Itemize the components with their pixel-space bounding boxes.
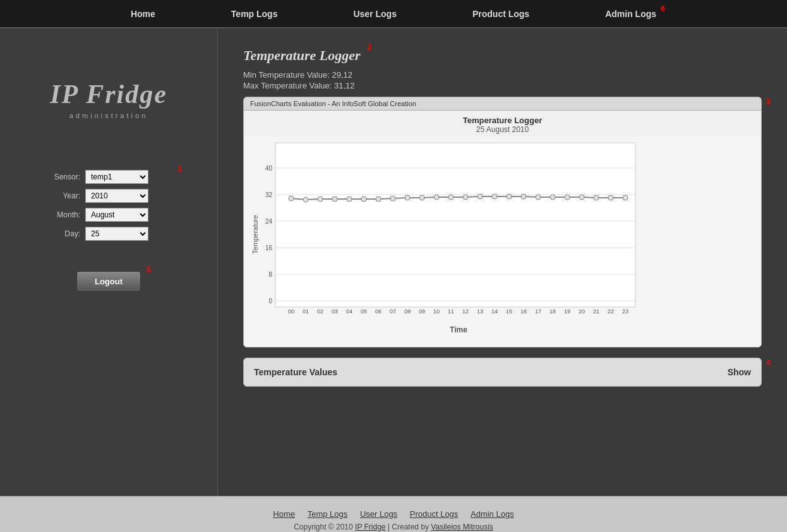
annotation-5: 5	[147, 265, 151, 274]
day-label: Day:	[45, 229, 80, 238]
footer-user-logs[interactable]: User Logs	[360, 509, 397, 519]
logout-button[interactable]: Logout	[76, 271, 141, 292]
svg-text:08: 08	[404, 308, 411, 315]
sidebar: IP Fridge administration Sensor: temp1 t…	[0, 28, 218, 496]
logo-text: IP Fridge	[50, 79, 167, 109]
svg-point-29	[507, 194, 512, 199]
svg-point-15	[303, 197, 308, 202]
svg-text:21: 21	[593, 308, 599, 315]
day-select[interactable]: 25 24	[85, 227, 148, 241]
svg-point-35	[594, 195, 599, 200]
svg-text:02: 02	[317, 308, 323, 315]
footer-author-link[interactable]: Vasileios Mitrousis	[431, 523, 493, 531]
svg-point-16	[318, 196, 323, 202]
svg-point-25	[448, 195, 454, 200]
svg-point-22	[405, 195, 410, 200]
chart-container: FusionCharts Evaluation - An InfoSoft Gl…	[243, 97, 762, 348]
logo-area: IP Fridge administration	[50, 79, 167, 119]
chart-title: Temperature Logger	[244, 116, 761, 125]
footer-copyright: Copyright © 2010 IP Fridge | Created by …	[13, 523, 774, 531]
year-label: Year:	[45, 191, 80, 200]
month-select[interactable]: August July	[85, 208, 148, 222]
nav-home[interactable]: Home	[131, 9, 155, 19]
svg-text:32: 32	[265, 191, 273, 198]
svg-text:13: 13	[477, 308, 483, 315]
svg-point-30	[521, 194, 526, 199]
footer-admin-logs[interactable]: Admin Logs	[471, 509, 514, 519]
nav-user-logs[interactable]: User Logs	[353, 9, 396, 19]
year-select[interactable]: 2010 2009	[85, 189, 148, 203]
svg-point-36	[608, 195, 613, 200]
annotation-4: 4	[766, 358, 771, 367]
svg-text:00: 00	[288, 308, 294, 315]
svg-point-21	[390, 196, 395, 201]
svg-text:04: 04	[346, 308, 352, 315]
svg-text:01: 01	[303, 308, 309, 315]
svg-text:16: 16	[520, 308, 527, 315]
svg-text:16: 16	[265, 245, 273, 251]
footer-temp-logs[interactable]: Temp Logs	[308, 509, 348, 519]
footer-product-logs[interactable]: Product Logs	[410, 509, 459, 519]
svg-text:06: 06	[375, 308, 381, 315]
chart-title-area: Temperature Logger 25 August 2010	[244, 111, 761, 136]
chart-date: 25 August 2010	[244, 125, 761, 134]
svg-point-32	[550, 195, 555, 200]
svg-text:20: 20	[579, 308, 585, 315]
svg-text:03: 03	[332, 308, 338, 315]
svg-point-23	[419, 195, 424, 200]
annotation-6: 6	[661, 4, 665, 13]
svg-point-20	[376, 196, 381, 202]
day-row: Day: 25 24	[45, 227, 172, 241]
sensor-select[interactable]: temp1 temp2	[85, 170, 148, 184]
main-content: Temperature Logger 2 Min Temperature Val…	[218, 28, 787, 496]
footer-site-link[interactable]: IP Fridge	[355, 523, 385, 531]
svg-rect-0	[275, 143, 635, 307]
temp-values-section: Temperature Values Show	[243, 358, 762, 387]
nav-admin-logs[interactable]: Admin Logs	[605, 9, 656, 19]
svg-text:10: 10	[433, 308, 440, 315]
nav-product-logs[interactable]: Product Logs	[472, 9, 529, 19]
svg-text:22: 22	[608, 308, 614, 315]
svg-text:14: 14	[491, 308, 498, 315]
logout-area: Logout 5	[76, 271, 141, 292]
year-row: Year: 2010 2009	[45, 189, 172, 203]
svg-point-34	[579, 195, 584, 200]
show-button[interactable]: Show	[728, 367, 751, 377]
temp-values-wrapper: Temperature Values Show 4	[243, 358, 762, 387]
svg-text:23: 23	[622, 308, 628, 315]
chart-wrapper: FusionCharts Evaluation - An InfoSoft Gl…	[243, 97, 762, 348]
svg-text:17: 17	[535, 308, 541, 315]
min-temp-value: Min Temperature Value: 29,12	[243, 70, 762, 80]
logo-subtitle: administration	[50, 112, 167, 119]
month-row: Month: August July	[45, 208, 172, 222]
svg-point-19	[361, 196, 366, 202]
svg-text:0: 0	[268, 298, 272, 305]
svg-point-27	[478, 194, 483, 199]
svg-point-14	[289, 196, 294, 201]
nav-temp-logs[interactable]: Temp Logs	[231, 9, 278, 19]
svg-text:05: 05	[361, 308, 367, 315]
chart-header-bar: FusionCharts Evaluation - An InfoSoft Gl…	[244, 97, 761, 111]
svg-point-28	[492, 194, 497, 199]
footer-links: Home Temp Logs User Logs Product Logs Ad…	[13, 509, 774, 519]
footer-home[interactable]: Home	[273, 509, 295, 519]
svg-point-24	[434, 195, 439, 200]
svg-text:09: 09	[419, 308, 425, 315]
svg-point-31	[536, 195, 541, 200]
top-navigation: Home Temp Logs User Logs Product Logs Ad…	[0, 0, 787, 28]
sensor-row: Sensor: temp1 temp2 1	[45, 170, 172, 184]
annotation-3: 3	[766, 97, 771, 106]
svg-text:24: 24	[265, 218, 273, 225]
svg-text:Temperature: Temperature	[251, 215, 259, 254]
svg-text:07: 07	[390, 308, 396, 315]
svg-text:11: 11	[448, 308, 454, 315]
svg-point-17	[332, 196, 337, 202]
page-title: Temperature Logger	[243, 47, 361, 64]
footer: Home Temp Logs User Logs Product Logs Ad…	[0, 496, 787, 532]
svg-point-18	[347, 196, 352, 202]
svg-text:15: 15	[506, 308, 512, 315]
svg-text:18: 18	[550, 308, 556, 315]
sensor-label: Sensor:	[45, 172, 80, 181]
annotation-2: 2	[367, 42, 371, 52]
svg-point-26	[463, 195, 468, 200]
